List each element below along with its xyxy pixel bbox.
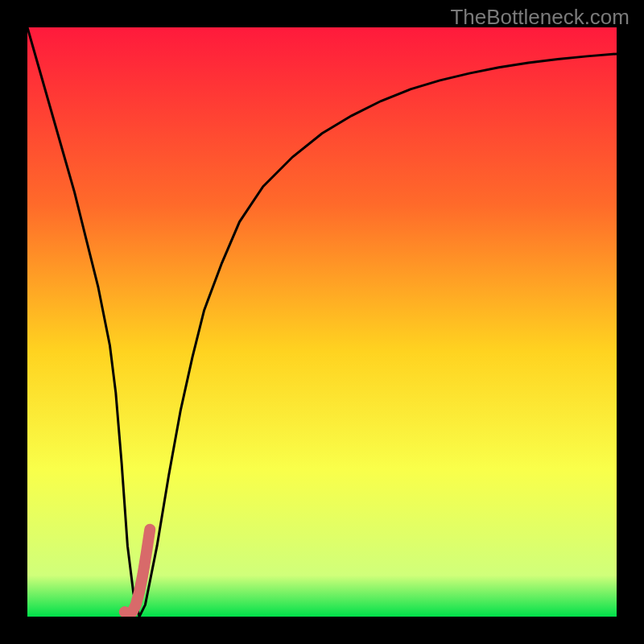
plot-area [27, 27, 617, 617]
gradient-background [27, 27, 617, 617]
watermark-text: TheBottleneck.com [450, 5, 630, 30]
chart-container: TheBottleneck.com [0, 0, 644, 644]
chart-svg [27, 27, 617, 617]
